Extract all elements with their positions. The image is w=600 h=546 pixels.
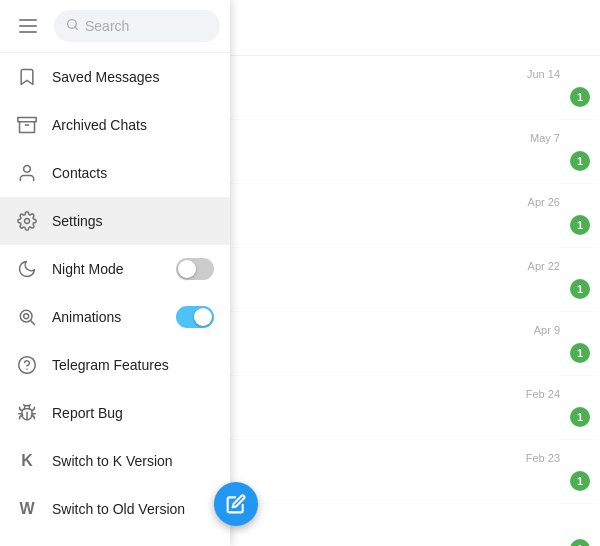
badge-3: 1 [570,215,590,235]
switch-k-label: Switch to K Version [52,453,214,469]
new-message-fab[interactable] [214,482,258,526]
svg-point-4 [24,166,31,173]
badge-8: 1 [570,539,590,546]
saved-messages-label: Saved Messages [52,69,214,85]
archived-chats-label: Archived Chats [52,117,214,133]
badge-1: 1 [570,87,590,107]
chat-item-4[interactable]: Apr 22 1 [230,248,600,312]
svg-point-9 [19,357,36,374]
sidebar-item-switch-k[interactable]: K Switch to K Version [0,437,230,485]
chat-header [230,0,600,56]
chat-date-3: Apr 26 [528,196,560,208]
menu-list: Saved Messages Archived Chats Contact [0,53,230,546]
chat-area: Jun 14 1 May 7 1 Apr 26 1 Apr 22 1 Apr 9… [230,0,600,546]
chat-date-7: Feb 23 [526,452,560,464]
chat-item-3[interactable]: Apr 26 1 [230,184,600,248]
chat-item-2[interactable]: May 7 1 [230,120,600,184]
moon-icon [16,258,38,280]
svg-point-5 [25,219,30,224]
bug-icon [16,402,38,424]
k-letter-icon: K [16,450,38,472]
contacts-label: Contacts [52,165,214,181]
badge-5: 1 [570,343,590,363]
sidebar: Search Saved Messages Archived Chats [0,0,230,546]
toggle-knob-animations [194,308,212,326]
sidebar-item-animations[interactable]: Animations [0,293,230,341]
hamburger-button[interactable] [10,8,46,44]
search-bar[interactable]: Search [54,10,220,42]
sidebar-item-settings[interactable]: Settings [0,197,230,245]
night-mode-label: Night Mode [52,261,162,277]
badge-6: 1 [570,407,590,427]
chat-date-5: Apr 9 [534,324,560,336]
animations-label: Animations [52,309,162,325]
bookmark-icon [16,66,38,88]
chat-item-8[interactable]: 1 [230,504,600,546]
sidebar-item-saved-messages[interactable]: Saved Messages [0,53,230,101]
svg-line-8 [31,321,35,325]
night-mode-toggle[interactable] [176,258,214,280]
switch-old-label: Switch to Old Version [52,501,214,517]
animations-toggle[interactable] [176,306,214,328]
report-bug-label: Report Bug [52,405,214,421]
help-circle-icon [16,354,38,376]
badge-2: 1 [570,151,590,171]
sidebar-header: Search [0,0,230,53]
w-letter-icon: W [16,498,38,520]
chat-item-5[interactable]: Apr 9 1 [230,312,600,376]
telegram-features-label: Telegram Features [52,357,214,373]
chat-item-6[interactable]: Feb 24 1 [230,376,600,440]
sidebar-item-report-bug[interactable]: Report Bug [0,389,230,437]
chat-date-6: Feb 24 [526,388,560,400]
hamburger-line-2 [19,25,37,27]
svg-point-6 [20,310,32,322]
toggle-knob-night [178,260,196,278]
sidebar-item-contacts[interactable]: Contacts [0,149,230,197]
person-icon [16,162,38,184]
animation-icon [16,306,38,328]
sidebar-item-night-mode[interactable]: Night Mode [0,245,230,293]
search-placeholder-text: Search [85,18,129,34]
chat-date-4: Apr 22 [528,260,560,272]
sidebar-item-switch-old[interactable]: W Switch to Old Version [0,485,230,533]
chat-item-1[interactable]: Jun 14 1 [230,56,600,120]
settings-label: Settings [52,213,214,229]
badge-4: 1 [570,279,590,299]
svg-line-1 [75,27,77,29]
chat-item-7[interactable]: Feb 23 1 [230,440,600,504]
badge-7: 1 [570,471,590,491]
hamburger-line-1 [19,19,37,21]
sidebar-item-archived-chats[interactable]: Archived Chats [0,101,230,149]
archive-icon [16,114,38,136]
gear-icon [16,210,38,232]
hamburger-line-3 [19,31,37,33]
svg-point-7 [24,314,29,319]
sidebar-item-telegram-features[interactable]: Telegram Features [0,341,230,389]
chat-date-1: Jun 14 [527,68,560,80]
chat-date-2: May 7 [530,132,560,144]
svg-rect-2 [18,118,36,122]
search-icon [66,18,79,34]
